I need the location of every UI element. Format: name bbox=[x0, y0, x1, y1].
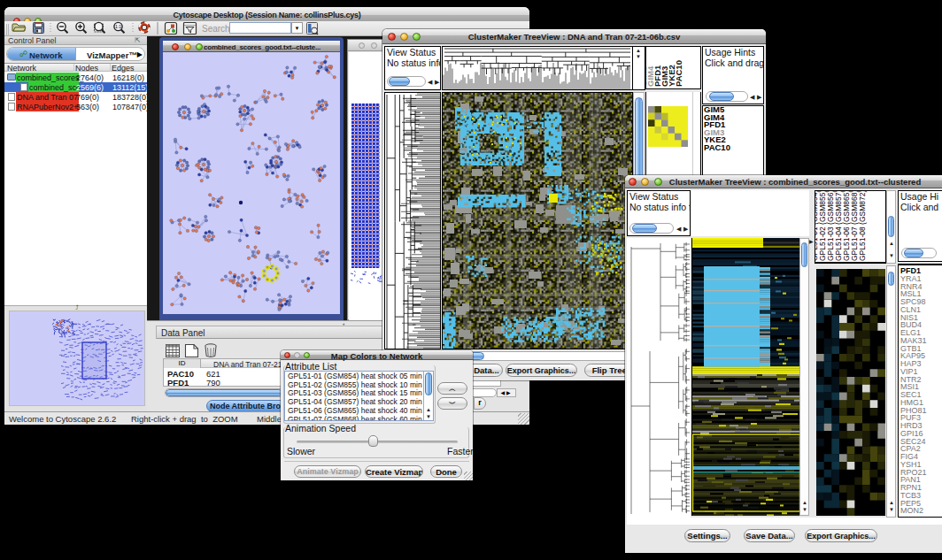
svg-text:1:1: 1:1 bbox=[115, 24, 121, 29]
